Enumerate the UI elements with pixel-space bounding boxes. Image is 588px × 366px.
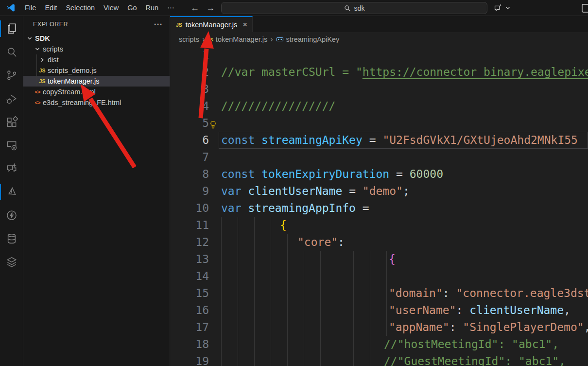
breadcrumb-scripts[interactable]: scripts (179, 35, 199, 43)
code-line-12: 12"core": (170, 234, 588, 251)
tree-item-label: e3ds_streaming_FE.html (43, 99, 121, 106)
html-icon: <> (33, 89, 42, 95)
database-icon (5, 232, 18, 245)
activity-run-debug[interactable] (0, 87, 23, 110)
prism-icon (5, 186, 18, 198)
command-center-search[interactable]: sdk (221, 2, 487, 14)
tab-tokenmanager[interactable]: JS tokenManager.js × (170, 16, 253, 32)
title-bar: File Edit Selection View Go Run ⋯ ← → sd… (0, 0, 588, 16)
line-number: 1 (170, 47, 221, 64)
tree-item-scripts_demo.js[interactable]: JSscripts_demo.js (23, 65, 170, 76)
explorer-more-actions[interactable]: ··· (154, 20, 163, 28)
line-number: 17 (170, 319, 221, 336)
html-icon: <> (33, 100, 42, 105)
chevron-right-icon (38, 56, 47, 63)
js-icon: JS (176, 22, 182, 28)
breadcrumb-file[interactable]: JS tokenManager.js (208, 35, 267, 43)
activity-remote-explorer[interactable] (0, 134, 23, 157)
indent-guides (221, 234, 297, 251)
tree-item-scripts[interactable]: scripts (23, 44, 170, 54)
chevron-down-icon (33, 46, 42, 52)
layout-panel-icon[interactable] (582, 4, 588, 13)
chevron-down-icon (25, 35, 34, 42)
line-number: 13 (170, 251, 221, 268)
copilot-chat-icon[interactable] (493, 2, 503, 13)
line-number: 15 (170, 285, 221, 302)
activity-bar (0, 16, 23, 366)
line-number: 4 (170, 98, 221, 115)
tab-close-icon[interactable]: × (242, 20, 247, 30)
explorer-sidebar: EXPLORER ··· SDKscriptsdistJSscripts_dem… (23, 16, 170, 366)
thunder-client-icon (5, 209, 18, 222)
activity-explorer[interactable] (0, 17, 23, 40)
activity-extensions[interactable] (0, 110, 23, 134)
tree-item-label: scripts_demo.js (48, 67, 97, 74)
tab-label: tokenManager.js (186, 21, 237, 29)
tree-item-tokenManager.js[interactable]: JStokenManager.js (23, 76, 170, 87)
line-number: 11 (170, 217, 221, 234)
code-line-16: 16"userName": clientUserName, (170, 302, 588, 319)
code-line-10: 10var streamingAppInfo = (170, 200, 588, 217)
code-line-14: 14 (170, 268, 588, 285)
menu-more[interactable]: ⋯ (163, 2, 179, 14)
tree-item-label: tokenManager.js (48, 77, 99, 85)
tree-item-dist[interactable]: dist (23, 54, 170, 65)
indent-guides (221, 251, 389, 268)
line-number: 2 (170, 64, 221, 81)
line-number: 7 (170, 149, 221, 166)
editor-group: JS tokenManager.js × scripts › JS tokenM… (170, 16, 588, 366)
js-icon: JS (38, 68, 47, 73)
menu-run[interactable]: Run (141, 2, 163, 14)
code-line-13: 13{ (170, 251, 588, 268)
menu-file[interactable]: File (20, 2, 40, 14)
menu-view[interactable]: View (99, 2, 123, 14)
tree-item-SDK[interactable]: SDK (23, 33, 170, 44)
indent-guides (221, 268, 389, 285)
remote-explorer-icon (5, 139, 18, 152)
breadcrumb-separator: › (270, 35, 273, 44)
menu-selection[interactable]: Selection (61, 2, 99, 14)
js-icon: JS (208, 37, 213, 42)
activity-layers[interactable] (0, 250, 23, 274)
code-area[interactable]: 12//var masterCSUrl = "https://connector… (170, 47, 588, 366)
tree-item-label: SDK (35, 35, 50, 42)
code-line-4: 4///////////////// (170, 98, 588, 115)
line-number: 19 (170, 353, 221, 366)
source-control-icon (5, 69, 18, 82)
activity-prism-extension[interactable] (0, 180, 23, 204)
code-line-6: 6const streamingApiKey = "U2FsdGVkX1/GXt… (170, 132, 588, 149)
menu-go[interactable]: Go (123, 2, 141, 14)
layers-icon (5, 256, 18, 268)
activity-search[interactable] (0, 40, 23, 64)
code-line-2: 2//var masterCSUrl = "https://connector_… (170, 64, 588, 81)
activity-copilot-chat[interactable] (0, 157, 23, 180)
line-number: 18 (170, 336, 221, 353)
code-line-5: 5 (170, 115, 588, 132)
breadcrumb-symbol[interactable]: streamingApiKey (276, 35, 340, 43)
js-icon: JS (38, 78, 47, 84)
indent-guides (221, 302, 389, 319)
tree-item-e3ds_streaming_FE.html[interactable]: <>e3ds_streaming_FE.html (23, 97, 170, 108)
tab-bar: JS tokenManager.js × (170, 16, 588, 32)
tree-item-copyStream.html[interactable]: <>copyStream.html (23, 87, 170, 97)
files-icon (5, 22, 18, 35)
breadcrumb-separator: › (202, 35, 205, 44)
activity-database[interactable] (0, 227, 23, 250)
indent-guides (221, 319, 389, 336)
line-number: 12 (170, 234, 221, 251)
menu-edit[interactable]: Edit (40, 2, 61, 14)
chat-sparkle-icon (5, 162, 18, 175)
tree-indent-guide (36, 54, 37, 87)
activity-source-control[interactable] (0, 64, 23, 87)
chevron-down-icon[interactable] (505, 5, 511, 11)
activity-thunder-client[interactable] (0, 204, 23, 227)
extensions-icon (5, 116, 18, 128)
indent-guides (221, 285, 389, 302)
nav-forward-icon[interactable]: → (206, 3, 215, 13)
code-line-7: 7 (170, 149, 588, 166)
search-icon (5, 46, 18, 58)
run-debug-icon (5, 92, 18, 105)
nav-back-icon[interactable]: ← (190, 3, 199, 13)
explorer-title: EXPLORER (33, 21, 68, 28)
line-number: 3 (170, 81, 221, 98)
